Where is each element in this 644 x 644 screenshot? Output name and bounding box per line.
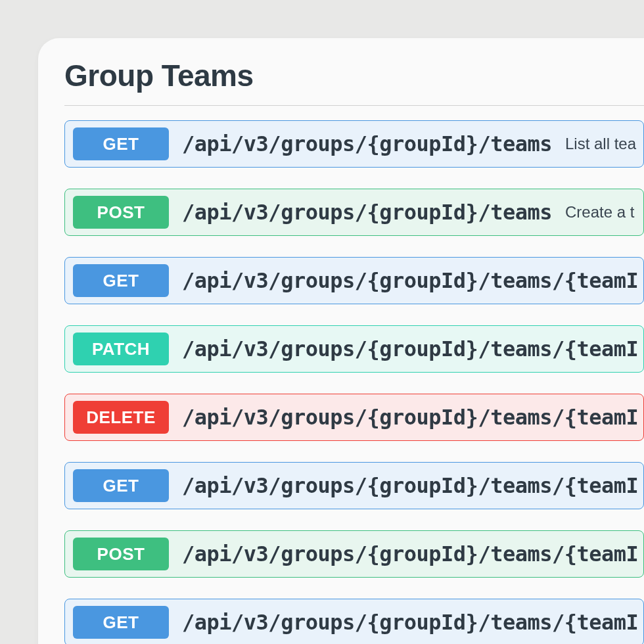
endpoint-path: /api/v3/groups/{groupId}/teams/{teamI	[182, 268, 638, 293]
http-method-badge: POST	[73, 196, 169, 229]
endpoint-row[interactable]: GET/api/v3/groups/{groupId}/teams/{teamI	[64, 462, 644, 509]
http-method-badge: PATCH	[73, 333, 169, 365]
http-method-badge: DELETE	[73, 401, 169, 434]
endpoint-row[interactable]: PATCH/api/v3/groups/{groupId}/teams/{tea…	[64, 325, 644, 373]
endpoint-path: /api/v3/groups/{groupId}/teams/{teamI	[182, 405, 638, 430]
endpoint-row[interactable]: GET/api/v3/groups/{groupId}/teamsList al…	[64, 120, 644, 168]
endpoint-path: /api/v3/groups/{groupId}/teams/{teamI	[182, 541, 638, 566]
endpoint-row[interactable]: DELETE/api/v3/groups/{groupId}/teams/{te…	[64, 394, 644, 441]
http-method-badge: GET	[73, 264, 169, 297]
endpoint-row[interactable]: GET/api/v3/groups/{groupId}/teams/{teamI	[64, 257, 644, 304]
endpoint-row[interactable]: POST/api/v3/groups/{groupId}/teamsCreate…	[64, 189, 644, 236]
api-section-card: Group Teams GET/api/v3/groups/{groupId}/…	[38, 38, 644, 644]
http-method-badge: POST	[73, 538, 169, 570]
endpoint-list: GET/api/v3/groups/{groupId}/teamsList al…	[64, 120, 644, 644]
endpoint-description: List all tea	[565, 135, 636, 153]
endpoint-path: /api/v3/groups/{groupId}/teams	[182, 200, 552, 225]
http-method-badge: GET	[73, 469, 169, 502]
endpoint-description: Create a t	[565, 203, 634, 221]
endpoint-row[interactable]: POST/api/v3/groups/{groupId}/teams/{team…	[64, 530, 644, 578]
endpoint-row[interactable]: GET/api/v3/groups/{groupId}/teams/{teamI	[64, 599, 644, 644]
http-method-badge: GET	[73, 127, 169, 160]
endpoint-path: /api/v3/groups/{groupId}/teams	[182, 131, 552, 156]
endpoint-path: /api/v3/groups/{groupId}/teams/{teamI	[182, 473, 638, 498]
http-method-badge: GET	[73, 606, 169, 639]
endpoint-path: /api/v3/groups/{groupId}/teams/{teamI	[182, 610, 638, 635]
endpoint-path: /api/v3/groups/{groupId}/teams/{teamI	[182, 336, 638, 361]
section-title: Group Teams	[64, 58, 644, 106]
